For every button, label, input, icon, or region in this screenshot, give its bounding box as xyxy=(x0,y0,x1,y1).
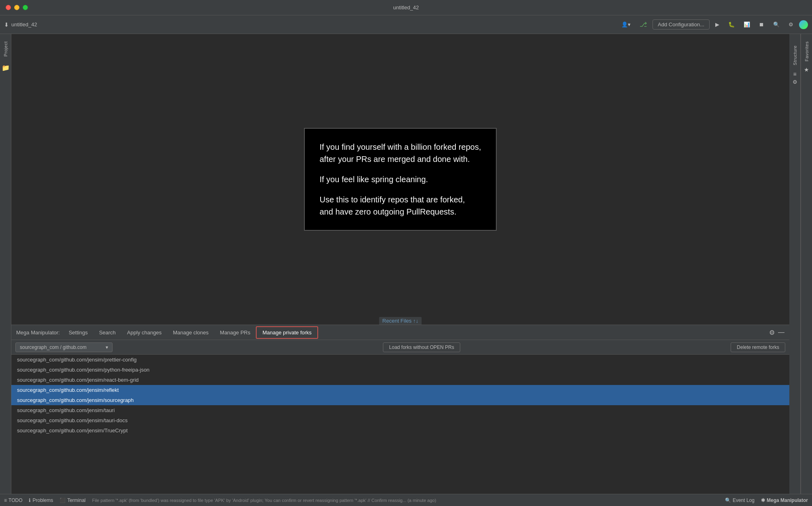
sidebar-item-structure[interactable]: Structure xyxy=(791,42,799,68)
favorites-sidebar: Favorites ★ xyxy=(801,34,812,494)
minimize-button[interactable] xyxy=(14,5,19,10)
problems-button[interactable]: ℹ Problems xyxy=(29,497,53,503)
search-everywhere-button[interactable]: 🔍 xyxy=(770,20,783,29)
plugin-gear-button[interactable]: ⚙ xyxy=(767,327,776,338)
project-name: untitled_42 xyxy=(11,21,37,28)
vcs-branch-icon[interactable]: ⎇ xyxy=(636,19,650,30)
tab-search[interactable]: Search xyxy=(94,327,121,338)
sidebar-item-project[interactable]: Project xyxy=(2,38,10,60)
avatar-button[interactable] xyxy=(799,20,808,29)
problems-label: Problems xyxy=(32,497,53,503)
folder-icon[interactable]: 📁 xyxy=(2,64,10,72)
stop-button[interactable]: ⏹ xyxy=(756,20,767,29)
run-button[interactable]: ▶ xyxy=(712,20,723,29)
right-sidebars: Structure ≡ ⚙ Favorites ★ xyxy=(789,34,812,494)
plugin-tab-bar: Mega Manipulator: Settings Search Apply … xyxy=(11,325,789,340)
tab-settings[interactable]: Settings xyxy=(63,327,94,338)
traffic-lights xyxy=(6,5,28,10)
info-line-2: If you feel like spring cleaning. xyxy=(319,173,481,185)
chevron-down-icon: ▾ xyxy=(106,344,108,350)
recent-files-badge: ↑↓ xyxy=(413,318,418,324)
event-log-label: Event Log xyxy=(733,497,755,503)
mega-manipulator-bottom-label: Mega Manipulator xyxy=(767,497,808,503)
debug-button[interactable]: 🐛 xyxy=(725,20,738,29)
terminal-icon: ⬛ xyxy=(60,497,66,503)
structure-icon[interactable]: ≡ xyxy=(793,71,796,77)
todo-button[interactable]: ≡ TODO xyxy=(4,497,22,503)
plugin-minimize-button[interactable]: — xyxy=(776,327,786,338)
tab-apply-changes[interactable]: Apply changes xyxy=(121,327,167,338)
close-button[interactable] xyxy=(6,5,11,10)
info-line-1: If you find yourself with a billion fork… xyxy=(319,141,481,165)
terminal-label: Terminal xyxy=(67,497,85,503)
todo-icon: ≡ xyxy=(4,497,7,503)
mega-manipulator-label: Mega Manipulator: xyxy=(15,330,63,336)
list-item[interactable]: sourcegraph_com/github.com/jensim/pretti… xyxy=(11,355,789,365)
asterisk-icon: ✱ xyxy=(761,497,765,503)
user-icon-btn[interactable]: 👤▾ xyxy=(618,20,634,29)
tab-manage-clones[interactable]: Manage clones xyxy=(167,327,214,338)
info-box: If you find yourself with a billion fork… xyxy=(304,128,496,231)
list-area: sourcegraph_com/github.com/jensim/pretti… xyxy=(11,355,789,494)
event-log-button[interactable]: 🔍 Event Log xyxy=(725,497,755,503)
toolbar: ⬇ untitled_42 👤▾ ⎇ Add Configuration... … xyxy=(0,15,812,34)
todo-label: TODO xyxy=(9,497,22,503)
info-line-3: Use this to identify repos that are fork… xyxy=(319,193,481,218)
status-text: File pattern '*.apk' (from 'bundled') wa… xyxy=(92,498,436,503)
list-item-selected[interactable]: sourcegraph_com/github.com/jensim/reflek… xyxy=(11,385,789,395)
info-box-area: If you find yourself with a billion fork… xyxy=(11,34,789,325)
list-item-selected[interactable]: sourcegraph_com/github.com/jensim/source… xyxy=(11,395,789,405)
recent-files-hint: Recent Files ↑↓ xyxy=(379,317,422,325)
terminal-button[interactable]: ⬛ Terminal xyxy=(60,497,85,503)
settings-button[interactable]: ⚙ xyxy=(785,20,797,29)
event-log-icon: 🔍 xyxy=(725,497,731,503)
download-icon: ⬇ xyxy=(4,21,9,28)
structure-sidebar: Structure ≡ ⚙ xyxy=(789,34,801,494)
bottom-bar: ≡ TODO ℹ Problems ⬛ Terminal File patter… xyxy=(0,494,812,506)
plugin-toolbar-row: sourcegraph_com / github.com ▾ Load fork… xyxy=(11,340,789,355)
content-wrapper: If you find yourself with a billion fork… xyxy=(11,34,789,494)
list-item[interactable]: sourcegraph_com/github.com/jensim/tauri xyxy=(11,405,789,415)
list-item[interactable]: sourcegraph_com/github.com/jensim/python… xyxy=(11,365,789,375)
problems-icon: ℹ xyxy=(29,497,31,503)
list-item[interactable]: sourcegraph_com/github.com/jensim/react-… xyxy=(11,375,789,385)
project-label-area: ⬇ untitled_42 xyxy=(4,21,37,28)
plugin-content: sourcegraph_com / github.com ▾ Load fork… xyxy=(11,340,789,494)
add-configuration-button[interactable]: Add Configuration... xyxy=(653,19,710,30)
list-item[interactable]: sourcegraph_com/github.com/jensim/tauri-… xyxy=(11,415,789,425)
tab-manage-prs[interactable]: Manage PRs xyxy=(214,327,256,338)
coverage-button[interactable]: 📊 xyxy=(740,20,753,29)
tab-manage-private-forks[interactable]: Manage private forks xyxy=(256,326,318,339)
left-sidebar: Project 📁 xyxy=(0,34,11,494)
sidebar-item-favorites[interactable]: Favorites xyxy=(803,38,811,65)
sidebar-structure-icon2[interactable]: ⚙ xyxy=(793,79,797,85)
maximize-button[interactable] xyxy=(23,5,28,10)
load-forks-button[interactable]: Load forks without OPEN PRs xyxy=(383,342,460,352)
mega-manipulator-bottom-button[interactable]: ✱ Mega Manipulator xyxy=(761,497,808,503)
recent-files-label: Recent Files xyxy=(383,318,412,324)
repo-dropdown[interactable]: sourcegraph_com / github.com ▾ xyxy=(15,342,113,352)
title-bar: untitled_42 xyxy=(0,0,812,15)
favorites-star-icon[interactable]: ★ xyxy=(804,66,809,73)
delete-forks-button[interactable]: Delete remote forks xyxy=(731,342,785,352)
list-item[interactable]: sourcegraph_com/github.com/jensim/TrueCr… xyxy=(11,425,789,436)
window-title: untitled_42 xyxy=(393,4,419,11)
